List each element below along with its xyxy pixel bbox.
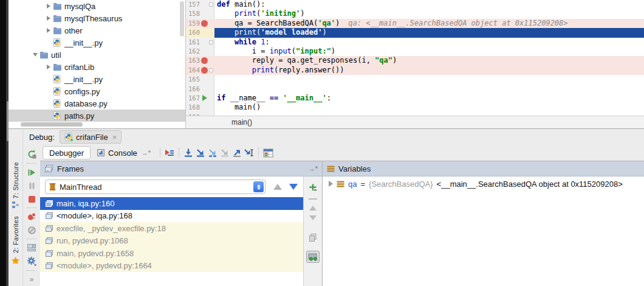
code-text[interactable]: reply = qa.get_responses(i, "qa") [214,56,644,65]
expand-icon[interactable] [329,181,333,187]
editor-line-167[interactable]: 167if __name__ == '__main__': [186,94,644,103]
tree-item-other[interactable]: other [9,24,185,37]
frame-row[interactable]: run, pydevd.py:1068 [40,235,303,248]
code-text[interactable] [214,85,644,94]
thread-dropdown[interactable]: MainThread [45,180,265,194]
gutter[interactable]: 159 [186,19,214,28]
gutter[interactable]: 166 [186,85,214,94]
editor-line-157[interactable]: 157def main(): [186,0,644,9]
frame-row[interactable]: main, iqa.py:160 [40,197,303,210]
scroll-down-icon[interactable] [309,215,317,220]
editor-line-166[interactable]: 166 [186,85,644,94]
editor-line-161[interactable]: 161 while 1: [186,38,644,47]
code-text[interactable] [214,75,644,84]
editor-line-165[interactable]: 165 [186,75,644,84]
settings-button[interactable] [26,256,38,267]
step-over-button[interactable] [182,147,194,159]
resume-button[interactable] [26,167,38,177]
tree-item--init-py[interactable]: __init__.py [9,73,185,85]
fold-marker-icon[interactable] [209,2,213,7]
copy-frames-icon[interactable] [307,231,319,243]
overflow-actions-button[interactable]: » [26,274,38,284]
tree-item-util[interactable]: util [9,49,185,61]
breakpoint-icon[interactable] [201,20,208,27]
gutter[interactable]: 157 [186,0,214,9]
tree-item-configs-py[interactable]: configs.py [9,85,185,97]
rerun-button[interactable] [26,149,38,159]
editor-line-162[interactable]: 162 i = input("input:") [186,47,644,56]
editor-line-160[interactable]: 160 print('model loaded') [186,28,644,37]
next-frame-button[interactable] [287,181,300,193]
tree-item-database-py[interactable]: database.py [9,97,185,110]
step-into-button[interactable] [194,147,207,159]
breakpoint-icon[interactable] [201,57,208,64]
breakpoint-icon[interactable] [201,67,208,74]
code-editor[interactable]: 157def main():158 print('initing')159 qa… [185,0,644,128]
gutter[interactable]: 158 [186,9,214,18]
frame-row[interactable]: <module>, pydevd.py:1664 [40,260,303,273]
scroll-up-icon[interactable] [309,206,317,211]
code-text[interactable]: print('model loaded') [214,28,644,37]
editor-line-163[interactable]: 163 reply = qa.get_responses(i, "qa") [186,56,644,65]
editor-breadcrumb[interactable]: main() [186,116,644,128]
gutter[interactable]: 164 [186,66,214,75]
stop-button[interactable] [26,194,38,204]
gutter[interactable]: 167 [186,94,214,103]
tree-item-mysqlthesaurus[interactable]: mysqlThesaurus [9,12,185,24]
tree-item-crifanlib[interactable]: crifanLib [9,61,185,73]
editor-line-159[interactable]: 159 qa = SearchBasedQA('qa')qa: <__main_… [186,19,644,28]
tree-item-paths-py[interactable]: paths.py [9,110,185,122]
chevron-right-icon[interactable] [44,28,53,33]
sidebar-item-structure[interactable]: 7: Structure [12,162,19,216]
frame-row[interactable]: <module>, iqa.py:168 [40,210,303,223]
view-breakpoints-button[interactable] [26,212,38,221]
sidebar-item-favorites[interactable]: 2: Favorites [11,216,20,272]
chevron-up-down-icon[interactable] [253,181,264,192]
scroll-to-frame-icon[interactable]: →* [309,165,318,172]
filter-add-icon[interactable] [307,181,319,194]
run-to-cursor-button[interactable] [243,147,255,159]
gutter[interactable]: 160 [186,28,214,37]
run-gutter-icon[interactable] [202,95,207,101]
frame-row[interactable]: main, pydevd.py:1658 [40,247,303,260]
chevron-right-icon[interactable] [44,16,53,21]
evaluate-table-icon[interactable] [262,147,274,159]
show-execution-point-button[interactable] [163,147,176,159]
mute-breakpoints-button[interactable] [26,225,38,235]
force-step-into-button[interactable] [219,147,231,159]
hide-library-frames-toggle[interactable] [306,251,320,263]
tree-horizontal-scrollbar[interactable] [21,122,83,127]
gutter[interactable]: 162 [186,47,214,56]
close-icon[interactable]: × [111,133,117,141]
fold-marker-icon[interactable] [209,68,213,72]
step-into-my-code-button[interactable] [207,147,219,159]
code-text[interactable]: main() [214,103,644,112]
editor-line-168[interactable]: 168 main() [186,103,644,112]
editor-line-164[interactable]: 164 print(reply.answer()) [186,66,644,75]
tree-item-mysqlqa[interactable]: mysqlQa [9,0,185,12]
step-out-button[interactable] [231,147,243,159]
code-text[interactable]: while 1: [214,38,644,47]
restore-layout-button[interactable] [26,243,38,253]
tab-debugger[interactable]: Debugger [43,146,91,159]
code-text[interactable]: qa = SearchBasedQA('qa')qa: <__main__.Se… [214,19,644,28]
gutter[interactable]: 161 [186,38,214,47]
variable-row-qa[interactable]: qa = {SearchBasedQA} <__main__.SearchBas… [323,176,644,191]
tree-vertical-scrollbar[interactable] [180,1,184,37]
gutter[interactable]: 163 [186,56,214,65]
fold-marker-icon[interactable] [209,40,213,44]
frame-row[interactable]: execfile, _pydev_execfile.py:18 [40,222,303,235]
code-text[interactable]: if __name__ == '__main__': [214,94,644,103]
code-text[interactable]: print(reply.answer()) [214,66,644,75]
session-tab-crifanfile[interactable]: crifanFile × [60,130,122,144]
tab-console[interactable]: Console →* [91,146,157,159]
code-text[interactable]: print('initing') [214,9,644,18]
gutter[interactable]: 168 [186,103,214,112]
chevron-right-icon[interactable] [44,4,53,9]
gutter[interactable]: 165 [186,75,214,84]
code-text[interactable]: i = input("input:") [214,47,644,56]
chevron-down-icon[interactable] [31,53,39,57]
code-text[interactable]: def main(): [214,0,644,9]
chevron-right-icon[interactable] [44,65,53,69]
tree-item--init-py[interactable]: __init__.py [9,37,185,49]
